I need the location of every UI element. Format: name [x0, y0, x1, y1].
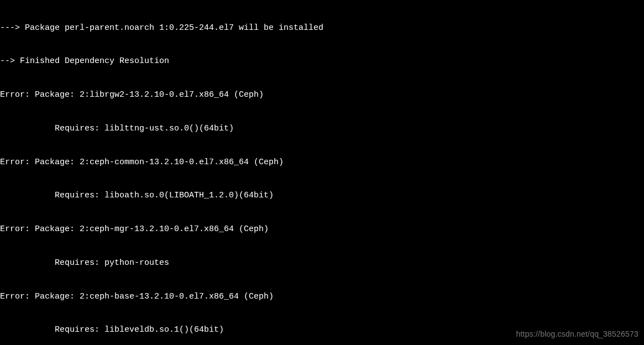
terminal-line: Requires: python-routes	[0, 258, 644, 269]
terminal-line: --> Finished Dependency Resolution	[0, 56, 644, 67]
terminal-line: Error: Package: 2:ceph-mgr-13.2.10-0.el7…	[0, 224, 644, 235]
terminal-line: Requires: liboath.so.0(LIBOATH_1.2.0)(64…	[0, 190, 644, 201]
terminal-line: Error: Package: 2:librgw2-13.2.10-0.el7.…	[0, 90, 644, 101]
terminal-line: Requires: liblttng-ust.so.0()(64bit)	[0, 123, 644, 134]
terminal-line: Error: Package: 2:ceph-common-13.2.10-0.…	[0, 157, 644, 168]
terminal-line: ---> Package perl-parent.noarch 1:0.225-…	[0, 23, 644, 34]
terminal-output[interactable]: ---> Package perl-parent.noarch 1:0.225-…	[0, 0, 644, 345]
terminal-line: Error: Package: 2:ceph-base-13.2.10-0.el…	[0, 291, 644, 302]
watermark-text: https://blog.csdn.net/qq_38526573	[516, 329, 638, 339]
